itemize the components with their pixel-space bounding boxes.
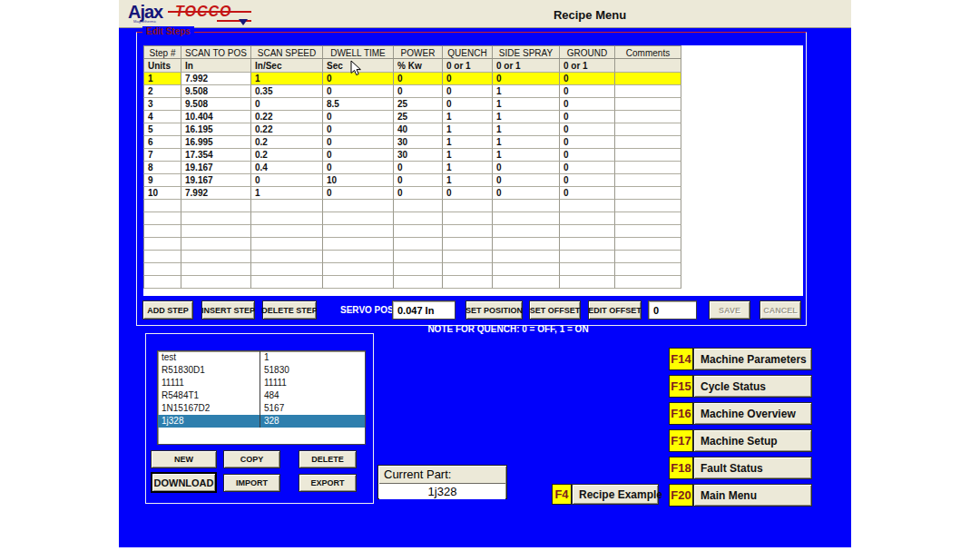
step-row-6-cell-3[interactable]: 0 xyxy=(323,136,394,149)
step-row-7-cell-3[interactable]: 0 xyxy=(323,149,394,162)
recipe-name[interactable]: 1N15167D2 xyxy=(158,402,260,415)
step-row-5-cell-7[interactable]: 0 xyxy=(560,123,615,136)
new-recipe-button[interactable]: NEW xyxy=(151,450,217,468)
step-row-8-cell-8[interactable] xyxy=(615,162,681,174)
step-row-9-cell-0[interactable]: 9 xyxy=(143,174,181,187)
step-row-5-cell-4[interactable]: 40 xyxy=(394,123,443,136)
step-row-9-cell-4[interactable]: 0 xyxy=(394,174,443,187)
step-row-8-cell-4[interactable]: 0 xyxy=(394,162,443,174)
step-row-2-cell-6[interactable]: 1 xyxy=(493,85,560,98)
recipe-list-item-test[interactable]: test1 xyxy=(158,351,365,364)
step-row-1-cell-8[interactable] xyxy=(615,73,681,85)
step-row-10-cell-2[interactable]: 1 xyxy=(251,187,323,200)
step-row-8-cell-2[interactable]: 0.4 xyxy=(251,162,323,174)
save-button[interactable]: SAVE xyxy=(709,300,750,320)
recipe-name[interactable]: R5484T1 xyxy=(158,389,260,402)
step-row-3-cell-8[interactable] xyxy=(615,98,681,111)
step-row-5-cell-5[interactable]: 1 xyxy=(443,123,493,136)
step-row-2-cell-2[interactable]: 0.35 xyxy=(251,85,323,98)
step-row-4-cell-8[interactable] xyxy=(615,111,681,123)
step-row-3-cell-6[interactable]: 1 xyxy=(493,98,560,111)
recipe-number[interactable]: 5167 xyxy=(260,402,365,415)
download-button[interactable]: DOWNLOAD xyxy=(151,472,217,493)
step-row-1-cell-2[interactable]: 1 xyxy=(251,73,323,85)
step-row-7-cell-5[interactable]: 1 xyxy=(443,149,493,162)
step-row-1-cell-1[interactable]: 7.992 xyxy=(181,73,251,85)
step-row-3-cell-0[interactable]: 3 xyxy=(143,98,181,111)
step-row-2-cell-5[interactable]: 0 xyxy=(443,85,493,98)
step-row-2-cell-4[interactable]: 0 xyxy=(394,85,443,98)
f16-key-badge[interactable]: F16 xyxy=(669,402,693,425)
step-row-8-cell-1[interactable]: 19.167 xyxy=(181,162,251,174)
step-row-1-cell-0[interactable]: 1 xyxy=(143,73,181,85)
recipe-list-item-1j328[interactable]: 1j328328 xyxy=(158,415,365,428)
step-row-10-cell-0[interactable]: 10 xyxy=(143,187,181,200)
step-row-2-cell-8[interactable] xyxy=(615,85,681,98)
f16-button[interactable]: Machine Overview xyxy=(693,402,812,425)
recipe-list-item-11111[interactable]: 1111111111 xyxy=(158,377,365,389)
step-row-10-cell-6[interactable]: 0 xyxy=(493,187,560,200)
step-row-6-cell-5[interactable]: 1 xyxy=(443,136,493,149)
recipe-number[interactable]: 1 xyxy=(260,351,365,364)
step-row-1-cell-7[interactable]: 0 xyxy=(560,73,615,85)
step-row-7-cell-7[interactable]: 0 xyxy=(560,149,615,162)
edit-offset-button[interactable]: EDIT OFFSET xyxy=(588,300,642,320)
step-row-4-cell-0[interactable]: 4 xyxy=(143,111,181,123)
recipe-name[interactable]: 11111 xyxy=(158,377,260,389)
step-row-6-cell-1[interactable]: 16.995 xyxy=(181,136,251,149)
step-row-10-cell-5[interactable]: 0 xyxy=(443,187,493,200)
offset-value-field[interactable]: 0 xyxy=(648,300,697,320)
step-row-4-cell-7[interactable]: 0 xyxy=(560,111,615,123)
step-row-10-cell-3[interactable]: 0 xyxy=(323,187,394,200)
step-row-4-cell-1[interactable]: 10.404 xyxy=(181,111,251,123)
step-row-2-cell-1[interactable]: 9.508 xyxy=(181,85,251,98)
step-row-4-cell-3[interactable]: 0 xyxy=(323,111,394,123)
step-row-7-cell-4[interactable]: 30 xyxy=(394,149,443,162)
step-row-9-cell-3[interactable]: 10 xyxy=(323,174,394,187)
step-row-8-cell-7[interactable]: 0 xyxy=(560,162,615,174)
f17-button[interactable]: Machine Setup xyxy=(693,429,812,452)
step-row-3-cell-3[interactable]: 8.5 xyxy=(323,98,394,111)
f20-button[interactable]: Main Menu xyxy=(693,484,812,507)
delete-step-button[interactable]: DELETE STEP xyxy=(262,300,317,320)
step-row-7-cell-6[interactable]: 1 xyxy=(493,149,560,162)
set-position-button[interactable]: SET POSITION xyxy=(466,300,523,320)
step-row-6-cell-6[interactable]: 1 xyxy=(493,136,560,149)
step-row-4-cell-4[interactable]: 25 xyxy=(394,111,443,123)
f4-recipe-example-button[interactable]: Recipe Example xyxy=(572,484,659,505)
set-offset-button[interactable]: SET OFFSET xyxy=(529,300,581,320)
step-row-9-cell-7[interactable]: 0 xyxy=(560,174,615,187)
recipe-name[interactable]: 1j328 xyxy=(158,415,260,428)
step-row-7-cell-8[interactable] xyxy=(615,149,681,162)
step-row-1-cell-5[interactable]: 0 xyxy=(443,73,493,85)
f18-key-badge[interactable]: F18 xyxy=(669,457,693,479)
export-button[interactable]: EXPORT xyxy=(299,474,357,492)
delete-recipe-button[interactable]: DELETE xyxy=(299,450,357,468)
step-row-10-cell-4[interactable]: 0 xyxy=(394,187,443,200)
step-row-5-cell-2[interactable]: 0.22 xyxy=(251,123,323,136)
step-row-3-cell-1[interactable]: 9.508 xyxy=(181,98,251,111)
step-row-9-cell-5[interactable]: 1 xyxy=(443,174,493,187)
recipe-number[interactable]: 328 xyxy=(260,415,365,428)
step-row-7-cell-0[interactable]: 7 xyxy=(143,149,181,162)
f18-button[interactable]: Fault Status xyxy=(693,457,812,479)
recipe-name[interactable]: R51830D1 xyxy=(158,364,260,377)
step-row-4-cell-2[interactable]: 0.22 xyxy=(251,111,323,123)
cancel-button[interactable]: CANCEL xyxy=(760,300,801,320)
step-row-6-cell-4[interactable]: 30 xyxy=(394,136,443,149)
recipe-list[interactable]: test1R51830D1518301111111111R5484T14841N… xyxy=(157,350,366,445)
step-row-5-cell-0[interactable]: 5 xyxy=(143,123,181,136)
step-row-4-cell-5[interactable]: 1 xyxy=(443,111,493,123)
recipe-number[interactable]: 484 xyxy=(260,389,365,402)
step-row-9-cell-1[interactable]: 19.167 xyxy=(181,174,251,187)
recipe-list-item-R51830D1[interactable]: R51830D151830 xyxy=(158,364,365,377)
step-row-10-cell-7[interactable]: 0 xyxy=(560,187,615,200)
step-row-8-cell-5[interactable]: 1 xyxy=(443,162,493,174)
recipe-list-item-1N15167D2[interactable]: 1N15167D25167 xyxy=(158,402,365,415)
step-row-3-cell-2[interactable]: 0 xyxy=(251,98,323,111)
f14-key-badge[interactable]: F14 xyxy=(669,348,693,370)
step-row-6-cell-8[interactable] xyxy=(615,136,681,149)
step-row-10-cell-8[interactable] xyxy=(615,187,681,200)
step-row-1-cell-6[interactable]: 0 xyxy=(493,73,560,85)
step-row-3-cell-5[interactable]: 0 xyxy=(443,98,493,111)
